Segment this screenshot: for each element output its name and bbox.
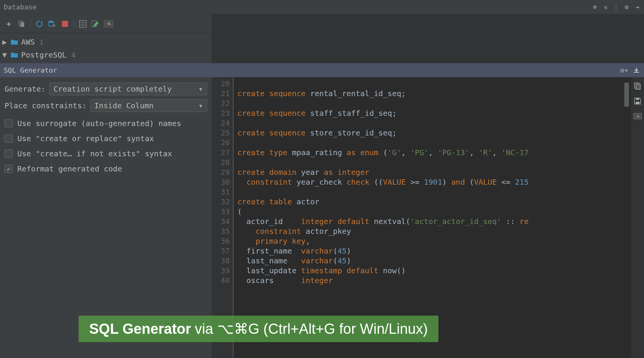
copy-icon[interactable] [633,82,642,90]
constraints-select[interactable]: Inside Column ▾ [90,99,207,112]
database-tree[interactable]: ▶ AWS 1 ▼ PostgreSQL 4 [0,33,212,64]
folder-icon [11,39,18,45]
generate-label: Generate: [5,84,45,93]
option-reformat-code[interactable]: Reformat generated code [5,161,207,176]
export-icon[interactable] [633,67,640,74]
chevron-down-icon[interactable]: ▼ [2,50,8,59]
database-panel-title: Database [0,0,591,14]
duplicate-icon[interactable] [17,19,26,29]
datasource-props-icon[interactable] [47,19,57,29]
save-icon[interactable] [633,97,642,105]
checkbox-label: Use surrogate (auto-generated) names [17,119,181,128]
refresh-icon[interactable] [34,19,44,29]
sql-console-icon[interactable]: ·QL [104,19,113,29]
option-surrogate-names[interactable]: Use surrogate (auto-generated) names [5,116,207,131]
collapse-icon[interactable]: ⇲ [602,3,609,11]
sql-generator-header: SQL Generator ⚙▾ [0,63,644,77]
chevron-down-icon: ▾ [198,84,203,93]
tree-item-aws[interactable]: ▶ AWS 1 [2,36,209,48]
scrollbar-thumb[interactable] [624,82,629,107]
checkbox-label: Use "create… if not exists" syntax [17,149,172,158]
tree-item-label: AWS [21,37,35,47]
svg-text:·QL: ·QL [635,115,640,118]
checkbox-label: Reformat generated code [17,164,122,173]
chevron-down-icon: ▾ [198,101,203,110]
gear-icon[interactable]: ⚙ [623,3,630,11]
generate-select[interactable]: Creation script completely ▾ [49,82,207,95]
stop-icon[interactable] [60,19,70,29]
tree-item-label: PostgreSQL [21,50,67,59]
shortcut-tip-banner: SQL Generator via ⌥⌘G (Ctrl+Alt+G for Wi… [79,316,438,342]
gear-icon[interactable]: ⚙▾ [621,67,628,74]
separator [30,19,31,29]
add-icon[interactable]: ＋ [4,19,14,29]
zoom-icon[interactable]: ⊕ [591,3,599,11]
separator [74,19,74,29]
database-toolbar: ＋ ·QL [0,14,212,33]
svg-point-2 [49,20,54,23]
constraints-label: Place constraints: [5,101,87,110]
tree-item-count: 4 [71,51,75,59]
svg-rect-1 [20,22,24,27]
constraints-select-value: Inside Column [94,101,154,110]
divider-icon: | [612,3,620,11]
checkbox[interactable] [5,134,13,143]
hide-icon[interactable]: ⇥ [633,3,641,11]
checkbox[interactable] [5,149,13,158]
svg-rect-14 [636,98,639,100]
svg-rect-3 [62,21,68,27]
option-create-or-replace[interactable]: Use "create or replace" syntax [5,131,207,146]
sql-console-icon[interactable]: ·QL [633,112,642,120]
svg-text:·QL: ·QL [106,22,111,26]
folder-icon [11,52,18,58]
tree-item-postgresql[interactable]: ▼ PostgreSQL 4 [2,48,209,61]
sql-generator-title: SQL Generator [4,66,57,74]
tree-item-count: 1 [39,38,43,46]
tip-text: via ⌥⌘G (Ctrl+Alt+G for Win/Linux) [195,321,428,337]
checkbox-label: Use "create or replace" syntax [17,134,154,143]
tip-title: SQL Generator [89,321,191,337]
checkbox[interactable] [5,119,13,128]
table-icon[interactable] [78,19,88,29]
checkbox[interactable] [5,165,13,173]
edit-data-icon[interactable] [91,19,101,29]
chevron-right-icon[interactable]: ▶ [2,37,8,47]
svg-rect-13 [636,102,639,104]
generate-select-value: Creation script completely [53,84,172,93]
option-if-not-exists[interactable]: Use "create… if not exists" syntax [5,146,207,161]
svg-rect-12 [636,84,640,89]
